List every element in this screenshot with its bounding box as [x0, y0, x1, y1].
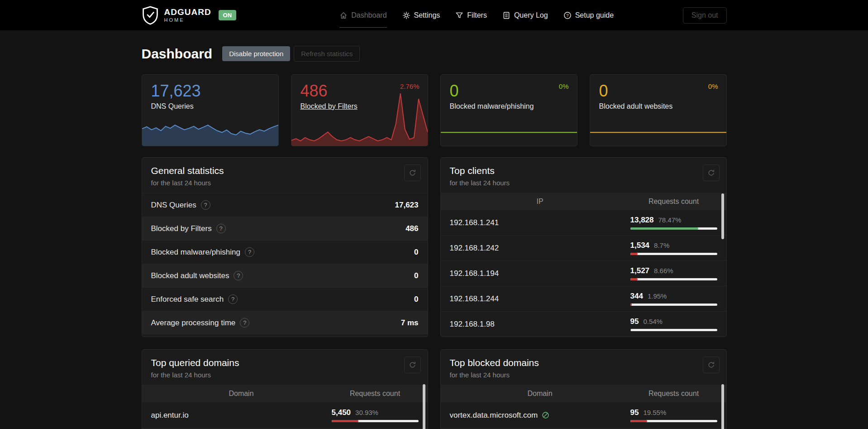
client-ip[interactable]: 192.168.1.242: [450, 244, 630, 253]
card-title: Top blocked domains: [450, 357, 717, 368]
requests-percent: 1.95%: [648, 292, 667, 300]
stat-row-label: Enforced safe search: [151, 295, 224, 304]
scrollbar[interactable]: [721, 193, 724, 239]
stat-card-blocked-adult: 0% 0 Blocked adult websites: [590, 74, 727, 146]
help-icon[interactable]: ?: [240, 318, 249, 328]
bottom-row: Top queried domains for the last 24 hour…: [142, 349, 727, 429]
brand-name: ADGUARD: [164, 8, 211, 16]
domain-blocked-icon[interactable]: [542, 411, 549, 419]
table-row: 192.168.1.241 13,828 78.47%: [441, 210, 726, 235]
stat-row-value: 0: [414, 295, 418, 304]
question-circle-icon: ?: [563, 11, 572, 19]
nav-item-filters[interactable]: Filters: [455, 11, 487, 19]
table-row: 192.168.1.194 1,527 8.66%: [441, 260, 726, 286]
card-subtitle: for the last 24 hours: [450, 371, 717, 379]
help-icon[interactable]: ?: [234, 271, 243, 280]
nav-item-label: Setup guide: [575, 11, 614, 19]
refresh-statistics-button[interactable]: Refresh statistics: [294, 46, 360, 62]
funnel-icon: [455, 11, 463, 19]
table-header: Domain Requests count: [441, 385, 726, 402]
requests-percent: 78.47%: [658, 216, 682, 224]
requests-percent: 30.93%: [355, 409, 378, 416]
domain-name[interactable]: api.entur.io: [151, 411, 332, 420]
table-row: vortex.data.microsoft.com 95 19.55%: [441, 402, 726, 428]
help-icon[interactable]: ?: [201, 200, 210, 210]
general-statistics-table: DNS Queries ? 17,623 Blocked by Filters …: [142, 193, 428, 334]
brand-subtitle: HOME: [164, 18, 211, 23]
stat-label-link[interactable]: Blocked by Filters: [291, 100, 367, 111]
card-subtitle: for the last 24 hours: [151, 179, 419, 187]
stat-row-value: 17,623: [395, 201, 419, 210]
top-queried-domains-card: Top queried domains for the last 24 hour…: [142, 349, 428, 429]
stat-label: DNS Queries: [142, 100, 203, 111]
stat-value: 0: [590, 75, 726, 100]
domain-name[interactable]: vortex.data.microsoft.com: [450, 411, 538, 420]
adguard-shield-logo-icon: [142, 6, 159, 25]
scrollbar[interactable]: [721, 384, 724, 429]
table-row: DNS Queries ? 17,623: [142, 193, 428, 217]
table-row: Enforced safe search ? 0: [142, 287, 428, 311]
nav-item-settings[interactable]: Settings: [402, 11, 440, 19]
help-icon[interactable]: ?: [216, 224, 226, 233]
stat-row-value: 7 ms: [401, 318, 419, 328]
nav-item-label: Dashboard: [351, 11, 386, 19]
refresh-icon[interactable]: [703, 357, 720, 373]
progress-bar: [630, 253, 717, 255]
table-row: api.entur.io 5,450 30.93%: [142, 402, 428, 428]
table-row: 192.168.1.242 1,534 8.7%: [441, 235, 726, 260]
nav-item-dashboard[interactable]: Dashboard: [339, 11, 386, 19]
document-icon: [502, 11, 510, 19]
client-ip[interactable]: 192.168.1.194: [450, 269, 630, 278]
table-row: Blocked malware/phishing ? 0: [142, 240, 428, 264]
sign-out-button[interactable]: Sign out: [683, 7, 727, 24]
nav-item-query-log[interactable]: Query Log: [502, 11, 548, 19]
page-header: Dashboard Disable protection Refresh sta…: [142, 46, 727, 62]
stat-row-label: Blocked adult websites: [151, 271, 229, 280]
stat-label: Blocked adult websites: [590, 100, 682, 111]
client-ip[interactable]: 192.168.1.241: [450, 218, 630, 227]
refresh-icon[interactable]: [404, 357, 421, 373]
help-icon[interactable]: ?: [228, 294, 238, 304]
stat-cards-row: 17,623 DNS Queries 2.76% 486 Blocked by …: [142, 74, 727, 146]
stat-value: 17,623: [142, 75, 278, 100]
requests-count: 13,828: [630, 216, 654, 225]
column-header-ip: IP: [450, 198, 630, 206]
table-row: Average processing time ? 7 ms: [142, 311, 428, 334]
blocked-malware-sparkline: [441, 121, 577, 146]
middle-row: General statistics for the last 24 hours…: [142, 157, 727, 337]
progress-bar: [630, 329, 717, 331]
requests-percent: 8.66%: [654, 267, 673, 275]
stat-row-label: Blocked malware/phishing: [151, 248, 241, 257]
progress-bar: [332, 420, 419, 422]
requests-percent: 8.7%: [654, 241, 669, 249]
stat-label: Blocked malware/phishing: [441, 100, 543, 111]
progress-bar: [630, 278, 717, 280]
refresh-icon[interactable]: [404, 164, 421, 181]
card-subtitle: for the last 24 hours: [450, 179, 717, 187]
progress-bar: [630, 227, 717, 230]
top-clients-card: Top clients for the last 24 hours IP Req…: [440, 157, 727, 337]
column-header-requests: Requests count: [630, 390, 717, 398]
nav-item-setup-guide[interactable]: ? Setup guide: [563, 11, 614, 19]
disable-protection-button[interactable]: Disable protection: [222, 46, 290, 61]
card-title: General statistics: [151, 165, 419, 176]
stat-card-dns-queries: 17,623 DNS Queries: [142, 74, 279, 146]
home-icon: [339, 11, 348, 19]
client-ip[interactable]: 192.168.1.244: [450, 294, 630, 304]
stat-row-value: 0: [414, 248, 418, 257]
scrollbar[interactable]: [423, 384, 425, 429]
table-row: Blocked by Filters ? 486: [142, 217, 428, 240]
nav-item-label: Filters: [467, 11, 487, 19]
column-header-requests: Requests count: [332, 390, 419, 398]
brand: ADGUARD HOME ON: [142, 6, 271, 25]
nav-menu: Dashboard Settings Filters: [271, 11, 683, 19]
refresh-icon[interactable]: [703, 164, 720, 181]
requests-count: 95: [630, 408, 639, 417]
requests-percent: 19.55%: [643, 409, 666, 416]
stat-value: 0: [441, 75, 577, 100]
help-icon[interactable]: ?: [245, 247, 254, 257]
client-ip[interactable]: 192.168.1.98: [450, 320, 630, 329]
navbar: ADGUARD HOME ON Dashboard Settings: [0, 0, 868, 30]
page-title: Dashboard: [142, 46, 213, 62]
requests-count: 1,534: [630, 241, 650, 250]
